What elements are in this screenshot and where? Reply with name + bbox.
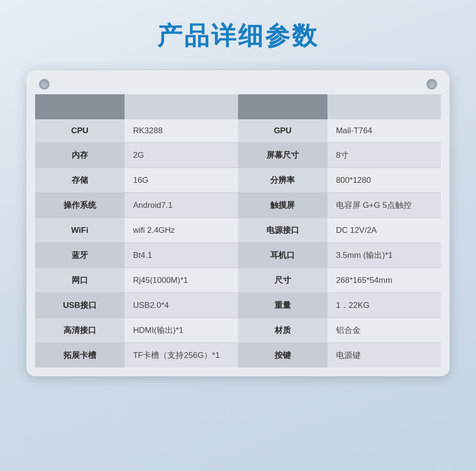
label-cell: 耳机口 xyxy=(238,243,327,268)
label-cell: 网口 xyxy=(35,268,125,293)
label-cell: 尺寸 xyxy=(238,268,327,293)
table-body: CPU RK3288 GPU Mail-T764 内存 2G 屏幕尺寸 8寸 存… xyxy=(35,119,441,368)
label-cell: 操作系统 xyxy=(35,193,125,218)
value-cell: Mail-T764 xyxy=(327,119,441,143)
table-row: 网口 Rj45(1000M)*1 尺寸 268*165*54mm xyxy=(35,268,441,293)
value-cell: Rj45(1000M)*1 xyxy=(125,268,238,293)
value-cell: Android7.1 xyxy=(125,193,238,218)
header-col-1 xyxy=(35,94,125,119)
value-cell: Bt4.1 xyxy=(125,243,238,268)
bolt-left xyxy=(39,79,50,89)
value-cell: 电容屏 G+G 5点触控 xyxy=(327,193,441,218)
table-row: WiFi wifi 2.4GHz 电源接口 DC 12V/2A xyxy=(35,218,441,243)
header-col-2 xyxy=(125,94,238,119)
label-cell: 按键 xyxy=(238,343,327,368)
value-cell: 1．22KG xyxy=(327,293,441,318)
label-cell: 电源接口 xyxy=(238,218,327,243)
value-cell: RK3288 xyxy=(125,119,238,143)
label-cell: CPU xyxy=(35,119,125,143)
value-cell: 2G xyxy=(125,143,238,168)
value-cell: TF卡槽（支持256G）*1 xyxy=(125,343,238,368)
table-row: 存储 16G 分辨率 800*1280 xyxy=(35,168,441,193)
label-cell: GPU xyxy=(238,119,327,143)
value-cell: 16G xyxy=(125,168,238,193)
card-bolts xyxy=(35,79,441,89)
spec-card: CPU RK3288 GPU Mail-T764 内存 2G 屏幕尺寸 8寸 存… xyxy=(26,70,450,376)
page-title: 产品详细参数 xyxy=(157,19,319,53)
value-cell: 268*165*54mm xyxy=(327,268,441,293)
table-header xyxy=(35,94,441,119)
label-cell: 内存 xyxy=(35,143,125,168)
value-cell: USB2.0*4 xyxy=(125,293,238,318)
label-cell: 存储 xyxy=(35,168,125,193)
table-row: 内存 2G 屏幕尺寸 8寸 xyxy=(35,143,441,168)
table-row: USB接口 USB2.0*4 重量 1．22KG xyxy=(35,293,441,318)
table-row: 拓展卡槽 TF卡槽（支持256G）*1 按键 电源键 xyxy=(35,343,441,368)
table-row: 高清接口 HDMI(输出)*1 材质 铝合金 xyxy=(35,318,441,343)
value-cell: HDMI(输出)*1 xyxy=(125,318,238,343)
value-cell: 800*1280 xyxy=(327,168,441,193)
label-cell: 触摸屏 xyxy=(238,193,327,218)
header-col-4 xyxy=(327,94,441,119)
bolt-right xyxy=(426,79,437,89)
label-cell: USB接口 xyxy=(35,293,125,318)
label-cell: WiFi xyxy=(35,218,125,243)
value-cell: DC 12V/2A xyxy=(327,218,441,243)
table-row: 操作系统 Android7.1 触摸屏 电容屏 G+G 5点触控 xyxy=(35,193,441,218)
label-cell: 重量 xyxy=(238,293,327,318)
spec-table: CPU RK3288 GPU Mail-T764 内存 2G 屏幕尺寸 8寸 存… xyxy=(35,94,441,368)
label-cell: 材质 xyxy=(238,318,327,343)
label-cell: 分辨率 xyxy=(238,168,327,193)
value-cell: 电源键 xyxy=(327,343,441,368)
header-col-3 xyxy=(238,94,327,119)
value-cell: wifi 2.4GHz xyxy=(125,218,238,243)
table-row: CPU RK3288 GPU Mail-T764 xyxy=(35,119,441,143)
label-cell: 高清接口 xyxy=(35,318,125,343)
label-cell: 屏幕尺寸 xyxy=(238,143,327,168)
value-cell: 铝合金 xyxy=(327,318,441,343)
label-cell: 蓝牙 xyxy=(35,243,125,268)
label-cell: 拓展卡槽 xyxy=(35,343,125,368)
value-cell: 3.5mm (输出)*1 xyxy=(327,243,441,268)
value-cell: 8寸 xyxy=(327,143,441,168)
table-row: 蓝牙 Bt4.1 耳机口 3.5mm (输出)*1 xyxy=(35,243,441,268)
